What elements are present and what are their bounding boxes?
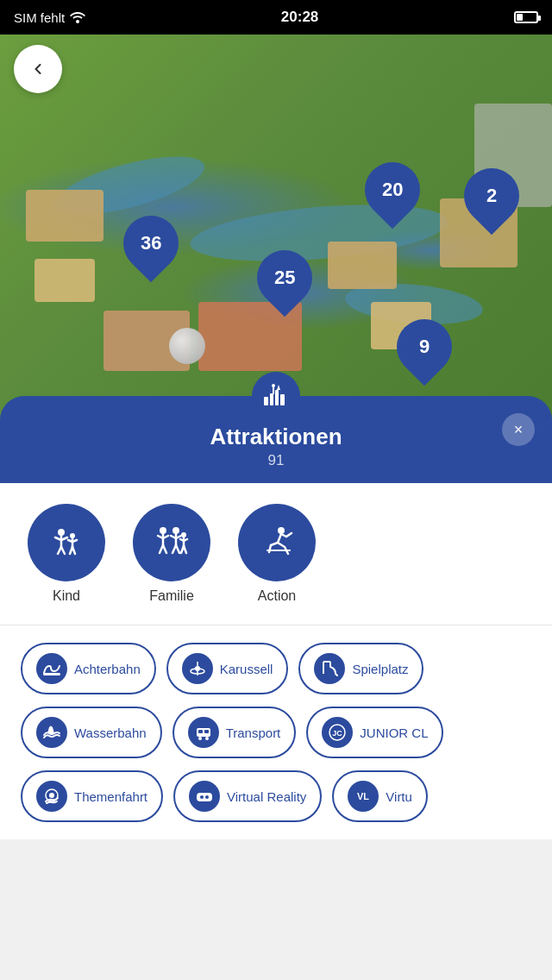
category-circle-action — [238, 504, 316, 581]
junior-chip-icon: JC — [322, 717, 353, 748]
vr-icon — [195, 787, 214, 806]
svg-rect-3 — [275, 390, 279, 405]
kind-icon — [45, 521, 88, 564]
svg-line-12 — [61, 547, 65, 554]
junior-chip-label: JUNIOR CL — [360, 726, 428, 740]
map-bottom-panel: Attraktionen 91 × — [0, 396, 552, 483]
sim-text: SIM fehlt — [14, 10, 65, 25]
map-pin-9[interactable]: 9 — [397, 319, 452, 374]
vr-chip-label: Virtual Reality — [227, 789, 306, 804]
themenfahrt-icon — [42, 787, 61, 806]
themenfahrt-chip-icon — [36, 781, 67, 812]
chevron-left-icon — [29, 60, 47, 78]
svg-point-58 — [205, 795, 209, 799]
virtual2-chip-label: Virtu — [386, 789, 412, 804]
filter-chip-spielplatz[interactable]: Spielplatz — [298, 643, 423, 694]
wifi-icon — [70, 11, 85, 23]
junior-icon: JC — [328, 723, 347, 742]
category-circle-kind — [28, 504, 105, 581]
panel-title: Attraktionen — [21, 424, 531, 450]
panel-count: 91 — [21, 452, 531, 469]
svg-point-55 — [49, 793, 54, 798]
status-bar: SIM fehlt 20:28 — [0, 0, 552, 35]
transport-chip-icon — [188, 717, 219, 748]
spielplatz-icon — [320, 659, 339, 678]
karussell-chip-label: Karussell — [220, 662, 273, 676]
action-icon — [255, 521, 298, 564]
svg-point-57 — [200, 795, 204, 799]
category-label-kind: Kind — [53, 588, 80, 604]
filter-rows: Achterbahn Karussell — [21, 643, 531, 822]
wasserbahn-chip-icon — [36, 717, 67, 748]
map-pin-25[interactable]: 25 — [257, 250, 312, 305]
svg-rect-2 — [270, 393, 273, 405]
status-time: 20:28 — [281, 9, 318, 26]
category-familie[interactable]: Familie — [133, 504, 210, 604]
wasserbahn-icon — [42, 723, 61, 742]
transport-icon — [194, 723, 213, 742]
spielplatz-chip-icon — [314, 653, 345, 684]
map-pin-2[interactable]: 2 — [464, 168, 519, 223]
battery-icon — [514, 11, 538, 23]
status-right — [514, 11, 538, 23]
status-left: SIM fehlt — [14, 10, 85, 25]
filter-chip-junior[interactable]: JC JUNIOR CL — [306, 707, 443, 758]
svg-point-0 — [76, 20, 79, 23]
panel-icon — [252, 372, 300, 420]
close-button[interactable]: × — [502, 413, 535, 446]
building-cluster-1 — [26, 190, 104, 242]
virtual2-chip-icon: VL — [348, 781, 379, 812]
achterbahn-icon — [42, 659, 61, 678]
category-label-familie: Familie — [149, 588, 194, 604]
svg-rect-38 — [43, 673, 60, 675]
filter-chip-achterbahn[interactable]: Achterbahn — [21, 643, 156, 694]
map-container[interactable]: 36 25 20 2 9 Rechtl. Informationen — [0, 35, 552, 483]
content-area: Kind — [0, 483, 552, 839]
svg-point-50 — [198, 737, 202, 740]
svg-line-30 — [176, 545, 179, 553]
wasserbahn-chip-label: Wasserbahn — [74, 726, 147, 740]
building-cluster-2 — [34, 259, 95, 302]
category-label-action: Action — [258, 588, 296, 604]
spielplatz-chip-label: Spielplatz — [352, 662, 408, 676]
building-cluster-5 — [328, 242, 397, 289]
achterbahn-chip-label: Achterbahn — [74, 662, 141, 676]
svg-text:JC: JC — [333, 729, 343, 738]
category-action[interactable]: Action — [238, 504, 316, 604]
achterbahn-chip-icon — [36, 653, 67, 684]
category-circle-familie — [133, 504, 210, 581]
svg-line-36 — [184, 546, 186, 553]
sphere-landmark — [169, 328, 205, 364]
filter-chip-vr[interactable]: Virtual Reality — [173, 770, 322, 822]
back-button[interactable] — [14, 45, 62, 93]
transport-chip-label: Transport — [226, 726, 281, 740]
filter-row-2: Themenfahrt Virtual Reality — [21, 770, 531, 822]
map-pin-20[interactable]: 20 — [365, 162, 420, 217]
divider — [0, 625, 552, 625]
category-kind[interactable]: Kind — [28, 504, 105, 604]
svg-rect-4 — [280, 394, 285, 405]
category-row: Kind — [21, 504, 531, 604]
filter-chip-virtual2[interactable]: VL Virtu — [332, 770, 428, 822]
virtual2-icon: VL — [354, 787, 373, 806]
filter-row-0: Achterbahn Karussell — [21, 643, 531, 694]
svg-point-6 — [272, 384, 275, 387]
attractions-icon — [261, 381, 291, 411]
filter-chip-karussell[interactable]: Karussell — [166, 643, 289, 694]
svg-rect-1 — [264, 397, 268, 405]
karussell-chip-icon — [182, 653, 213, 684]
map-pin-36[interactable]: 36 — [123, 216, 179, 271]
vr-chip-icon — [189, 781, 220, 812]
svg-line-46 — [336, 674, 337, 675]
filter-chip-wasserbahn[interactable]: Wasserbahn — [21, 707, 162, 758]
svg-line-18 — [72, 547, 75, 554]
filter-chip-themenfahrt[interactable]: Themenfahrt — [21, 770, 163, 822]
themenfahrt-chip-label: Themenfahrt — [74, 789, 147, 804]
svg-line-24 — [163, 545, 166, 553]
svg-rect-48 — [198, 730, 203, 733]
filter-chip-transport[interactable]: Transport — [172, 707, 297, 758]
karussell-icon — [188, 659, 207, 678]
svg-rect-49 — [204, 730, 209, 733]
panel-icon-wrap — [21, 372, 531, 420]
svg-text:VL: VL — [357, 791, 369, 801]
